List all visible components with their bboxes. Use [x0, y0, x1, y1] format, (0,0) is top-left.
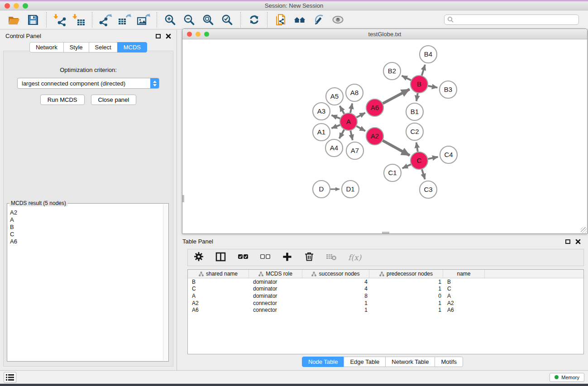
- column-header-successor-nodes[interactable]: successor nodes: [302, 270, 369, 278]
- graph-edge[interactable]: [357, 126, 366, 131]
- table-settings-button[interactable]: [193, 251, 204, 264]
- show-columns-button[interactable]: [215, 252, 226, 264]
- result-list-item[interactable]: C: [10, 231, 162, 238]
- table-row[interactable]: Adominator80A: [188, 292, 583, 300]
- save-session-button[interactable]: [24, 11, 43, 29]
- graph-edge[interactable]: [402, 164, 411, 168]
- graph-node[interactable]: A1: [313, 124, 330, 141]
- close-window-button[interactable]: [5, 3, 10, 9]
- graph-node[interactable]: B3: [440, 81, 457, 98]
- create-column-button[interactable]: [282, 252, 292, 264]
- table-row[interactable]: A6connector11A6: [188, 306, 583, 314]
- close-panel-icon[interactable]: [575, 239, 581, 244]
- network-zoom-button[interactable]: [204, 32, 209, 37]
- graph-edge[interactable]: [340, 106, 344, 114]
- search-field[interactable]: [444, 14, 579, 25]
- graph-edge[interactable]: [383, 89, 410, 103]
- graph-edge[interactable]: [383, 141, 410, 156]
- column-header-name[interactable]: name: [443, 270, 485, 278]
- graph-edge[interactable]: [339, 130, 344, 139]
- result-list-item[interactable]: A6: [10, 238, 162, 245]
- graph-edge[interactable]: [350, 104, 352, 113]
- zoom-window-button[interactable]: [23, 3, 28, 9]
- graph-node[interactable]: C: [411, 152, 428, 169]
- graph-node[interactable]: D: [313, 181, 330, 198]
- tab-edge-table[interactable]: Edge Table: [344, 357, 386, 367]
- float-panel-icon[interactable]: [565, 239, 570, 244]
- graph-node[interactable]: A5: [326, 88, 343, 105]
- network-from-file-button[interactable]: [271, 11, 290, 29]
- tab-mcds[interactable]: MCDS: [117, 42, 147, 52]
- delete-table-button[interactable]: [326, 252, 337, 264]
- resize-grip[interactable]: [581, 227, 587, 233]
- network-close-button[interactable]: [187, 32, 192, 37]
- table-row[interactable]: Cdominator41C: [188, 286, 583, 293]
- minimize-window-button[interactable]: [14, 3, 19, 9]
- close-panel-icon[interactable]: [166, 33, 171, 39]
- graph-node[interactable]: B1: [406, 103, 423, 120]
- tab-network-table[interactable]: Network Table: [385, 357, 435, 367]
- result-list-item[interactable]: A2: [10, 209, 162, 216]
- graph-node[interactable]: D1: [342, 181, 359, 198]
- graph-node[interactable]: A: [340, 113, 357, 130]
- graph-node[interactable]: B2: [383, 62, 401, 80]
- cyndex-home-button[interactable]: [290, 11, 309, 29]
- float-panel-icon[interactable]: [156, 34, 161, 38]
- export-image-button[interactable]: [134, 11, 153, 29]
- result-list-item[interactable]: A: [10, 216, 162, 224]
- function-builder-button[interactable]: f(x): [348, 253, 361, 262]
- column-header-MCDS-role[interactable]: MCDS role: [249, 270, 302, 278]
- open-session-button[interactable]: [5, 11, 24, 29]
- graph-edge[interactable]: [331, 115, 340, 119]
- refresh-view-button[interactable]: [244, 11, 263, 29]
- graph-edge[interactable]: [416, 93, 418, 101]
- table-row[interactable]: A2connector11A2: [188, 300, 583, 307]
- graph-edge[interactable]: [416, 143, 418, 152]
- tab-select[interactable]: Select: [89, 42, 118, 52]
- graph-node[interactable]: A6: [366, 99, 383, 116]
- network-minimize-button[interactable]: [196, 32, 201, 37]
- show-hide-graphics-button[interactable]: [328, 11, 347, 29]
- table-row[interactable]: Bdominator41B: [188, 278, 583, 286]
- graph-edge[interactable]: [331, 125, 340, 128]
- graph-node[interactable]: C1: [384, 164, 401, 181]
- export-network-button[interactable]: [96, 11, 115, 29]
- zoom-in-button[interactable]: [161, 11, 180, 29]
- search-input[interactable]: [454, 15, 578, 24]
- network-canvas[interactable]: B4 B2 B B3 A8 A5 A6 A3 B1 A C2 A1 A2 A4 …: [182, 39, 587, 234]
- annotation-mode-button[interactable]: [309, 11, 328, 29]
- result-scrollbar[interactable]: [163, 204, 168, 361]
- graph-node[interactable]: A8: [346, 84, 363, 101]
- unselect-all-columns-button[interactable]: [260, 252, 271, 263]
- select-all-columns-button[interactable]: [238, 252, 249, 263]
- graph-edge[interactable]: [422, 169, 425, 179]
- tab-motifs[interactable]: Motifs: [435, 357, 463, 367]
- tab-style[interactable]: Style: [63, 42, 89, 52]
- graph-node[interactable]: C4: [440, 146, 457, 163]
- graph-node[interactable]: A4: [325, 139, 343, 157]
- graph-edge[interactable]: [350, 131, 353, 140]
- optimization-criterion-select[interactable]: largest connected component (directed): [17, 78, 159, 89]
- result-list-item[interactable]: B: [10, 224, 162, 231]
- zoom-selected-button[interactable]: [218, 11, 237, 29]
- graph-edge[interactable]: [428, 86, 438, 88]
- import-table-button[interactable]: [69, 11, 88, 29]
- zoom-out-button[interactable]: [180, 11, 199, 29]
- column-header-shared-name[interactable]: shared name: [188, 270, 249, 278]
- vertical-scrollbar-thumb[interactable]: [182, 195, 184, 202]
- graph-node[interactable]: A7: [346, 142, 363, 159]
- graph-edge[interactable]: [402, 76, 411, 80]
- export-table-button[interactable]: [115, 11, 134, 29]
- graph-node[interactable]: A2: [366, 128, 383, 145]
- graph-edge[interactable]: [422, 65, 425, 76]
- graph-node[interactable]: B4: [420, 46, 437, 63]
- horizontal-scrollbar-thumb[interactable]: [382, 232, 389, 234]
- graph-node[interactable]: A3: [313, 103, 330, 120]
- tab-node-table[interactable]: Node Table: [302, 357, 344, 367]
- graph-node[interactable]: B: [411, 76, 428, 93]
- graph-node[interactable]: C3: [420, 181, 437, 198]
- run-mcds-button[interactable]: Run MCDS: [40, 95, 85, 105]
- tab-network[interactable]: Network: [29, 42, 64, 52]
- graph-node[interactable]: C2: [406, 123, 423, 140]
- task-history-button[interactable]: [4, 372, 16, 383]
